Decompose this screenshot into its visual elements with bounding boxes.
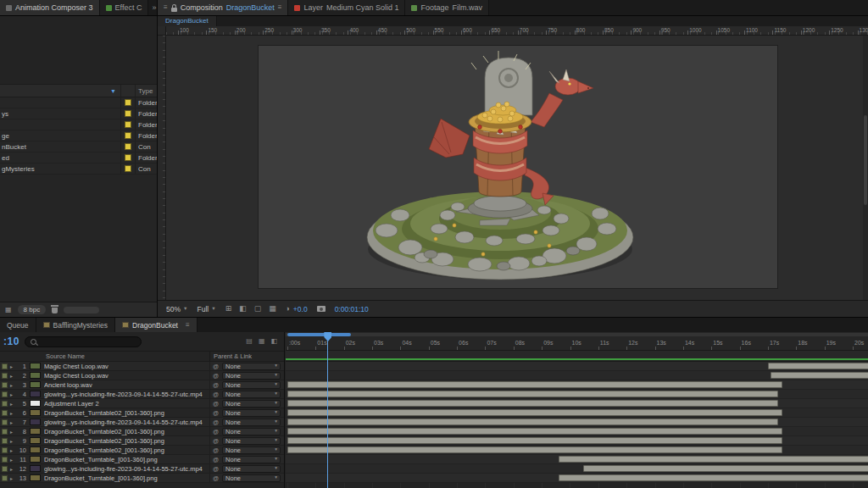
- layer-duration-bar[interactable]: [287, 419, 778, 425]
- project-item-row[interactable]: gMysteriesCon: [0, 164, 157, 175]
- resolution-dropdown[interactable]: Full ▼: [197, 305, 215, 313]
- layer-label-swatch[interactable]: [2, 373, 8, 379]
- parent-link-dropdown[interactable]: None▾: [222, 419, 281, 426]
- layer-track-row[interactable]: [286, 380, 868, 390]
- layer-expand-chevron[interactable]: ▸: [8, 438, 15, 444]
- trash-icon[interactable]: [52, 308, 58, 313]
- layer-duration-bar[interactable]: [287, 400, 778, 407]
- layer-duration-bar[interactable]: [768, 363, 868, 369]
- layer-expand-chevron[interactable]: ▸: [8, 466, 15, 472]
- layer-expand-chevron[interactable]: ▸: [8, 373, 15, 379]
- project-item-row[interactable]: ysFolder: [0, 108, 157, 119]
- project-item-row[interactable]: Folder: [0, 97, 157, 108]
- layer-row[interactable]: ▸6DragonBucket_Turntable02_[001-360].png…: [0, 408, 284, 418]
- project-item-row[interactable]: nBucketCon: [0, 141, 157, 152]
- project-item-row[interactable]: Folder: [0, 119, 157, 130]
- layer-label-swatch[interactable]: [2, 466, 8, 472]
- layer-label-swatch[interactable]: [2, 382, 8, 388]
- tab-animation-composer[interactable]: Animation Composer 3: [0, 0, 100, 15]
- panel-menu-icon[interactable]: ≡: [186, 322, 190, 329]
- parent-link-dropdown[interactable]: None▾: [222, 391, 281, 398]
- layer-expand-chevron[interactable]: ▸: [8, 410, 15, 416]
- layer-row[interactable]: ▸9DragonBucket_Turntable02_[001-360].png…: [0, 436, 284, 446]
- comp-timecode[interactable]: 0:00:01:10: [335, 305, 369, 313]
- pick-whip-icon[interactable]: @: [213, 438, 219, 444]
- work-area-bar[interactable]: [287, 333, 351, 336]
- grid-and-guides-icon[interactable]: ⊞: [225, 305, 232, 313]
- timeline-navigator[interactable]: [286, 333, 868, 336]
- project-item-row[interactable]: geFolder: [0, 130, 157, 141]
- pick-whip-icon[interactable]: @: [213, 429, 219, 435]
- pick-whip-icon[interactable]: @: [213, 382, 219, 388]
- layer-label-swatch[interactable]: [2, 363, 8, 369]
- layer-label-swatch[interactable]: [2, 438, 8, 444]
- layer-duration-bar[interactable]: [559, 456, 868, 463]
- layer-duration-bar[interactable]: [287, 381, 782, 388]
- current-time-display[interactable]: :10: [3, 336, 19, 347]
- layer-track-row[interactable]: [286, 436, 868, 446]
- comp-v-ruler[interactable]: [158, 36, 166, 300]
- layer-row[interactable]: ▸5Adjustment Layer 2@None▾: [0, 399, 284, 408]
- pick-whip-icon[interactable]: @: [213, 447, 219, 453]
- layer-track-row[interactable]: [286, 408, 868, 418]
- pick-whip-icon[interactable]: @: [213, 419, 219, 425]
- new-folder-pill[interactable]: [64, 307, 99, 313]
- exposure-control[interactable]: ◑ +0.0: [286, 305, 308, 313]
- layer-track-row[interactable]: [286, 399, 868, 408]
- layer-label-swatch[interactable]: [2, 475, 8, 481]
- layer-duration-bar[interactable]: [287, 428, 782, 435]
- comp-h-ruler[interactable]: 1001502002503003504004505005506006507007…: [166, 26, 868, 36]
- layer-label-swatch[interactable]: [2, 391, 8, 397]
- lock-icon[interactable]: [171, 8, 177, 12]
- layer-row[interactable]: ▸8DragonBucket_Turntable02_[001-360].png…: [0, 427, 284, 436]
- timeline-tab-bafflingmysteries[interactable]: BafflingMysteries: [36, 318, 116, 332]
- parent-link-dropdown[interactable]: None▾: [222, 372, 281, 380]
- parent-link-dropdown[interactable]: None▾: [222, 456, 281, 463]
- parent-link-dropdown[interactable]: None▾: [222, 465, 281, 473]
- pick-whip-icon[interactable]: @: [213, 410, 219, 416]
- layer-row[interactable]: ▸11DragonBucket_Turntable_[001-360].png@…: [0, 455, 284, 464]
- viewer-tab-dragonbucket[interactable]: DragonBucket: [158, 16, 217, 26]
- layer-track-row[interactable]: [286, 362, 868, 371]
- mask-visibility-icon[interactable]: ◧: [239, 305, 247, 313]
- tab-overflow-icon[interactable]: »: [148, 0, 158, 15]
- timeline-ruler[interactable]: :00s01s02s03s04s05s06s07s08s09s10s11s12s…: [286, 332, 868, 351]
- parent-link-dropdown[interactable]: None▾: [222, 381, 281, 389]
- label-color-swatch[interactable]: [125, 132, 131, 139]
- parent-link-dropdown[interactable]: None▾: [222, 409, 281, 417]
- source-name-column-header[interactable]: Source Name: [46, 352, 85, 360]
- layer-duration-bar[interactable]: [287, 391, 778, 397]
- layer-row[interactable]: ▸4glowing...ys-including-fire-2023-09-14…: [0, 390, 284, 399]
- parent-link-dropdown[interactable]: None▾: [222, 363, 281, 370]
- tab-layer-viewer[interactable]: Layer Medium Cyan Solid 1: [288, 0, 405, 15]
- layer-track-row[interactable]: [286, 464, 868, 474]
- timeline-tab-queue[interactable]: Queue: [0, 318, 36, 332]
- layer-duration-bar[interactable]: [287, 446, 782, 453]
- layer-track-row[interactable]: [286, 418, 868, 427]
- label-color-swatch[interactable]: [125, 165, 131, 172]
- playhead-line[interactable]: [327, 332, 328, 488]
- color-depth-button[interactable]: 8 bpc: [18, 305, 47, 314]
- layer-label-swatch[interactable]: [2, 457, 8, 463]
- layer-row[interactable]: ▸7glowing...ys-including-fire-2023-09-14…: [0, 418, 284, 427]
- layer-track-row[interactable]: [286, 371, 868, 380]
- layer-expand-chevron[interactable]: ▸: [8, 447, 15, 453]
- layer-label-swatch[interactable]: [2, 401, 8, 407]
- parent-link-column-header[interactable]: Parent & Link: [209, 352, 284, 361]
- tab-footage-viewer[interactable]: Footage Film.wav: [405, 0, 489, 15]
- pick-whip-icon[interactable]: @: [213, 391, 219, 397]
- pick-whip-icon[interactable]: @: [213, 373, 219, 379]
- timeline-search-input[interactable]: [40, 338, 136, 346]
- pick-whip-icon[interactable]: @: [213, 363, 219, 369]
- layer-duration-bar[interactable]: [559, 474, 868, 481]
- layer-expand-chevron[interactable]: ▸: [8, 457, 15, 463]
- layer-duration-bar[interactable]: [287, 409, 782, 416]
- layer-row[interactable]: ▸13DragonBucket_Turntable_[001-360].png@…: [0, 474, 284, 483]
- layer-label-swatch[interactable]: [2, 447, 8, 453]
- layer-track-row[interactable]: [286, 427, 868, 436]
- comp-mini-flowchart-icon[interactable]: ▤: [246, 338, 253, 345]
- tab-composition-viewer[interactable]: ≡ Composition DragonBucket ≡: [158, 0, 288, 15]
- layer-expand-chevron[interactable]: ▸: [8, 429, 15, 435]
- label-color-swatch[interactable]: [125, 99, 131, 106]
- label-color-swatch[interactable]: [125, 121, 131, 128]
